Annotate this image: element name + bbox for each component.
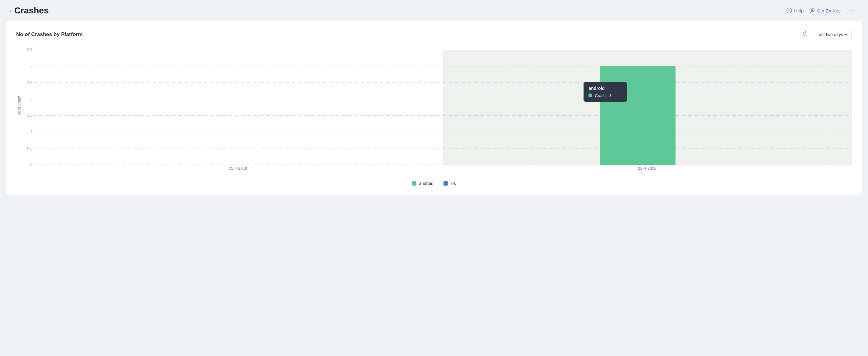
x-axis-labels: 21-4-2019 22-4-2019: [33, 166, 852, 177]
y-tick-0-5: 0.5: [27, 146, 32, 150]
get-za-key-button[interactable]: Get ZA Key: [810, 8, 841, 13]
card-header: No of Crashes by Platform Last two days …: [16, 30, 852, 39]
header-left: ‹ Crashes: [10, 6, 49, 15]
card-title: No of Crashes by Platform: [16, 31, 83, 38]
back-arrow-icon[interactable]: ‹: [10, 7, 12, 14]
more-options-button[interactable]: ⋯: [847, 6, 858, 15]
refresh-button[interactable]: [802, 31, 808, 38]
key-icon: [810, 8, 815, 13]
y-tick-3-5: 3.5: [27, 47, 32, 52]
crashes-chart-card: No of Crashes by Platform Last two days …: [6, 21, 862, 194]
y-tick-0: 0: [30, 163, 32, 167]
legend-item-android: android: [412, 181, 434, 186]
chart-svg: [33, 50, 852, 165]
legend-label-android: android: [419, 181, 434, 186]
date-range-button[interactable]: Last two days ▾: [812, 30, 852, 39]
y-tick-1-5: 1.5: [27, 113, 32, 117]
header-right: ? Help Get ZA Key ⋯: [786, 6, 858, 15]
y-tick-2-5: 2.5: [27, 80, 32, 85]
legend-label-ios: ios: [450, 181, 456, 186]
legend-color-ios: [443, 181, 448, 186]
page-title: Crashes: [14, 6, 49, 15]
page-header: ‹ Crashes ? Help Get ZA Key ⋯: [0, 0, 868, 21]
chart-legend: android ios: [16, 181, 852, 186]
x-label-day2: 22-4-2019: [442, 166, 852, 177]
y-axis-label: No of Count: [17, 96, 22, 116]
refresh-icon: [802, 31, 808, 37]
y-tick-3: 3: [30, 64, 32, 68]
help-icon: ?: [786, 8, 792, 13]
y-tick-2: 2: [30, 97, 32, 101]
y-axis-ticks: 3.5 3 2.5 2 1.5 1 0.5 0: [23, 50, 32, 165]
card-controls: Last two days ▾: [802, 30, 852, 39]
help-button[interactable]: ? Help: [786, 8, 804, 13]
y-tick-1: 1: [30, 130, 32, 134]
legend-item-ios: ios: [443, 181, 456, 186]
legend-color-android: [412, 181, 416, 186]
chart-container: No of Count: [16, 47, 852, 177]
android-bar: [600, 66, 676, 165]
chart-plot-area: android Crash: 3: [33, 50, 852, 165]
svg-text:?: ?: [788, 9, 790, 13]
x-label-day1: 21-4-2019: [33, 166, 442, 177]
